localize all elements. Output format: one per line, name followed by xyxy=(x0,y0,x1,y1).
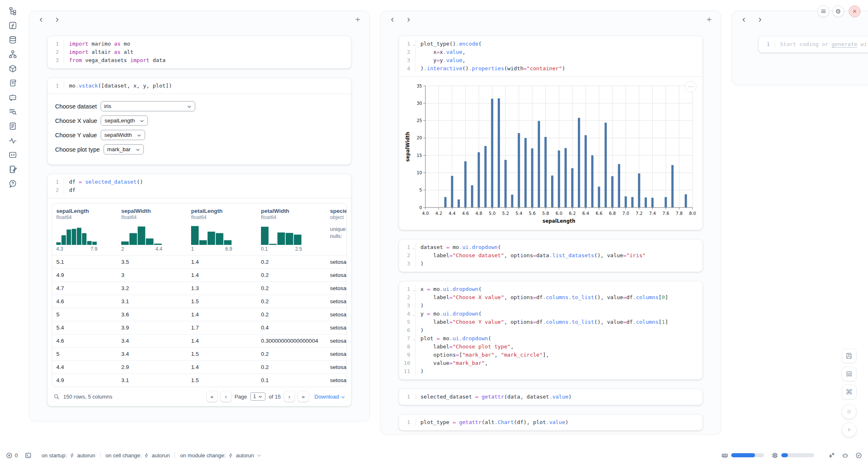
chart-menu-icon[interactable]: ⋯ xyxy=(685,81,697,92)
control-row: Choose plot typemark_bar xyxy=(55,144,344,154)
run-setting-2[interactable]: on cell change:autorun xyxy=(106,452,170,459)
cell-plot-type: 1plot_type = getattr(alt.Chart(df), plot… xyxy=(399,414,703,431)
search-list-icon[interactable] xyxy=(8,107,17,116)
terminal-button[interactable] xyxy=(25,452,32,459)
fold-chevron-icon[interactable]: ⌄ xyxy=(413,311,415,319)
settings-button[interactable]: ⚙ xyxy=(832,5,844,17)
fold-chevron-icon[interactable]: ⌄ xyxy=(413,286,415,294)
column-header-petalLength[interactable]: petalLengthfloat6416.9 xyxy=(187,203,257,255)
add-cell-icon[interactable] xyxy=(354,16,361,23)
divider xyxy=(175,452,175,459)
connection-status-button[interactable] xyxy=(855,452,862,459)
error-count: 0 xyxy=(15,452,18,459)
control-label: Choose X value xyxy=(55,118,97,124)
functions-icon[interactable] xyxy=(8,21,17,30)
prev-page-button[interactable]: ‹ xyxy=(221,391,231,402)
play-icon xyxy=(845,426,853,433)
table-cell: 1.5 xyxy=(187,374,257,387)
panel-back-icon[interactable] xyxy=(389,16,396,23)
control-row: Choose datasetiris xyxy=(55,101,344,111)
database-icon[interactable] xyxy=(8,35,17,44)
dependency-graph-icon[interactable] xyxy=(8,50,17,59)
document-icon[interactable] xyxy=(8,122,17,131)
svg-text:4.0: 4.0 xyxy=(422,211,429,216)
dataset-select[interactable]: iris xyxy=(101,101,195,111)
code-editor[interactable]: 123import marimo as moimport altair as a… xyxy=(48,36,351,68)
search-icon[interactable] xyxy=(53,394,60,400)
code-editor[interactable]: 12df = selected_dataset()df xyxy=(48,174,351,198)
script-icon[interactable] xyxy=(8,78,17,88)
code-editor[interactable]: 1plot_type = getattr(alt.Chart(df), plot… xyxy=(399,415,702,430)
y-value-select[interactable]: sepalWidth xyxy=(101,130,145,140)
chart-output: 4.04.24.44.64.85.05.25.45.65.86.06.26.46… xyxy=(399,76,702,230)
plot-type-select[interactable]: mark_bar xyxy=(104,144,144,154)
shortcuts-button[interactable]: ⌘ xyxy=(842,385,856,399)
download-button[interactable]: Download xyxy=(314,394,345,400)
activity-icon[interactable] xyxy=(8,136,17,145)
svg-text:5.2: 5.2 xyxy=(502,211,509,216)
save-button[interactable] xyxy=(842,348,856,363)
column-header-petalWidth[interactable]: petalWidthfloat640.12.5 xyxy=(257,203,326,255)
code-editor[interactable]: 1selected_dataset = getattr(data, datase… xyxy=(399,389,702,405)
bolt-icon xyxy=(144,453,149,458)
column-histogram xyxy=(191,224,232,245)
fold-chevron-icon[interactable]: ⌄ xyxy=(413,244,415,252)
x-value-select[interactable]: sepalLength xyxy=(101,115,148,126)
last-page-button[interactable]: » xyxy=(298,391,309,402)
svg-text:4.2: 4.2 xyxy=(435,211,442,216)
panel-forward-icon[interactable] xyxy=(757,16,763,23)
chevron-down-icon xyxy=(258,394,263,399)
svg-text:5: 5 xyxy=(419,187,422,192)
scratchpad-icon[interactable] xyxy=(8,165,17,174)
save-icon xyxy=(845,352,853,360)
cpu-icon xyxy=(771,452,778,459)
run-setting-1[interactable]: on startup:autorun xyxy=(42,452,95,459)
file-tree-icon[interactable] xyxy=(8,7,17,16)
svg-text:5.0: 5.0 xyxy=(489,211,496,216)
table-cell: 4.4 xyxy=(52,361,117,373)
code-editor[interactable]: 1⌄234⌄567⌄891011x = mo.ui.dropdown( labe… xyxy=(399,281,702,379)
panel-forward-icon[interactable] xyxy=(405,16,412,23)
altair-chart[interactable]: 4.04.24.44.64.85.05.25.45.65.86.06.26.46… xyxy=(404,82,700,228)
svg-text:5.4: 5.4 xyxy=(515,211,522,216)
table-cell: 4.7 xyxy=(52,282,117,295)
model-button[interactable] xyxy=(842,452,849,459)
table-cell: 4.9 xyxy=(52,374,117,387)
table-cell: 3.1 xyxy=(117,295,187,308)
help-icon[interactable] xyxy=(8,179,17,188)
svg-text:15: 15 xyxy=(417,153,422,158)
run-setting-3[interactable]: on module change:autorun xyxy=(180,452,262,459)
column-header-species[interactable]: speciesobjectunique:nulls: xyxy=(326,203,346,255)
column-histogram xyxy=(121,224,162,245)
column-header-sepalLength[interactable]: sepalLengthfloat644.37.9 xyxy=(52,203,117,255)
layout-button[interactable] xyxy=(842,366,856,381)
code-editor[interactable]: 1⌄234plot_type().encode( x=x.value, y=y.… xyxy=(399,36,702,76)
first-page-button[interactable]: « xyxy=(207,391,217,402)
panel-forward-icon[interactable] xyxy=(54,16,60,23)
close-button[interactable] xyxy=(849,5,861,17)
ai-assistant-button[interactable] xyxy=(828,452,835,459)
code-editor-placeholder[interactable]: 1Start coding or generate with xyxy=(759,37,868,52)
package-icon[interactable] xyxy=(8,64,17,73)
code-block-icon[interactable] xyxy=(8,150,17,159)
add-cell-icon[interactable] xyxy=(706,16,713,23)
panel-back-icon[interactable] xyxy=(741,16,747,23)
run-button[interactable] xyxy=(842,422,856,437)
page-select[interactable]: 1 xyxy=(250,392,265,401)
code-editor[interactable]: 1mo.vstack([dataset, x, y, plot]) xyxy=(48,78,351,94)
fold-chevron-icon[interactable]: ⌄ xyxy=(413,335,415,343)
next-page-button[interactable]: › xyxy=(284,391,295,402)
chat-bot-icon[interactable] xyxy=(8,93,17,102)
menu-button[interactable] xyxy=(817,5,829,17)
stop-button[interactable] xyxy=(842,404,856,419)
table-cell: 2.9 xyxy=(117,361,187,373)
status-bar: 0 on startup:autorunon cell change:autor… xyxy=(0,449,868,461)
column-header-sepalWidth[interactable]: sepalWidthfloat6424.4 xyxy=(117,203,187,255)
table-cell: 4.6 xyxy=(52,295,117,308)
code-editor[interactable]: 1⌄23dataset = mo.ui.dropdown( label="Cho… xyxy=(399,240,702,272)
panel-back-icon[interactable] xyxy=(38,16,44,23)
errors-button[interactable]: 0 xyxy=(6,452,18,459)
table-cell: 5.1 xyxy=(52,256,117,268)
panel-left-header xyxy=(29,11,369,28)
fold-chevron-icon[interactable]: ⌄ xyxy=(413,41,415,49)
